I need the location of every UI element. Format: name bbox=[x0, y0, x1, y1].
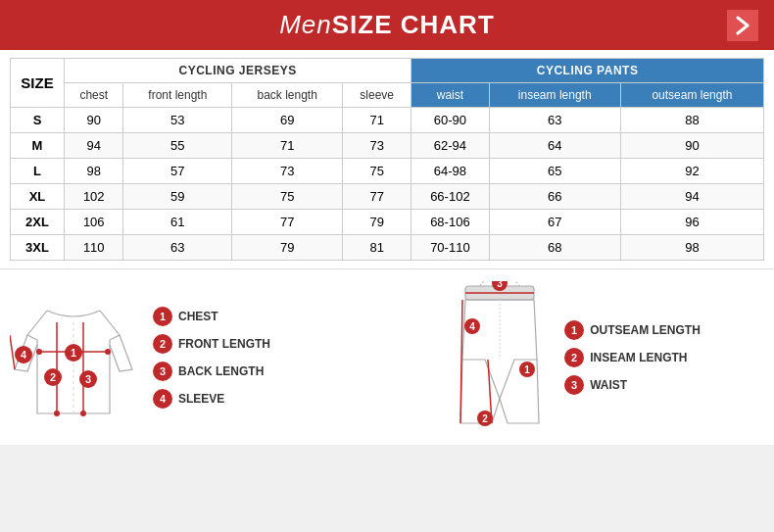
jersey-svg: 1 2 3 4 bbox=[10, 281, 137, 433]
svg-text:1: 1 bbox=[524, 364, 530, 375]
cell-chest: 110 bbox=[65, 235, 123, 261]
cell-chest: 106 bbox=[65, 210, 123, 235]
col-outseam: outseam length bbox=[620, 83, 763, 108]
cell-front: 57 bbox=[123, 159, 232, 184]
svg-line-4 bbox=[10, 335, 15, 369]
cell-outseam: 90 bbox=[620, 133, 763, 159]
size-chart-table: SIZE CYCLING JERSEYS CYCLING PANTS chest… bbox=[10, 58, 764, 261]
table-row: S 90 53 69 71 60-90 63 88 bbox=[11, 108, 764, 133]
svg-line-20 bbox=[460, 300, 462, 423]
cell-waist: 60-90 bbox=[411, 108, 489, 133]
svg-point-8 bbox=[80, 411, 86, 416]
cell-back: 79 bbox=[232, 235, 343, 261]
jersey-diagram-area: 1 2 3 4 1CHEST2FRONT LENGTH3BACK LENGTH4… bbox=[10, 281, 387, 433]
col-chest: chest bbox=[65, 83, 123, 108]
svg-text:4: 4 bbox=[469, 321, 475, 332]
legend-label: INSEAM LENGTH bbox=[590, 351, 687, 364]
cell-waist: 70-110 bbox=[411, 235, 489, 261]
diagram-section: 1 2 3 4 1CHEST2FRONT LENGTH3BACK LENGTH4… bbox=[0, 269, 774, 445]
table-row: 3XL 110 63 79 81 70-110 68 98 bbox=[11, 235, 764, 261]
legend-label: WAIST bbox=[590, 378, 627, 392]
cell-size: S bbox=[11, 108, 65, 133]
cell-chest: 98 bbox=[65, 159, 123, 184]
col-waist: waist bbox=[411, 83, 489, 108]
pants-svg: 3 1 4 2 bbox=[451, 281, 549, 433]
cell-waist: 66-102 bbox=[411, 184, 489, 210]
cell-waist: 62-94 bbox=[411, 133, 489, 159]
cell-sleeve: 79 bbox=[343, 210, 411, 235]
jersey-legend: 1CHEST2FRONT LENGTH3BACK LENGTH4SLEEVE bbox=[153, 307, 270, 409]
cell-front: 53 bbox=[123, 108, 232, 133]
svg-point-5 bbox=[36, 349, 42, 355]
pants-legend-item: 3WAIST bbox=[564, 375, 701, 395]
svg-point-7 bbox=[54, 411, 60, 416]
jersey-legend-item: 2FRONT LENGTH bbox=[153, 334, 270, 354]
jersey-legend-item: 1CHEST bbox=[153, 307, 270, 326]
jerseys-header: CYCLING JERSEYS bbox=[65, 59, 411, 83]
cell-front: 63 bbox=[123, 235, 232, 261]
pants-header: CYCLING PANTS bbox=[411, 59, 764, 83]
cell-inseam: 67 bbox=[489, 210, 620, 235]
svg-point-6 bbox=[105, 349, 111, 355]
cell-sleeve: 73 bbox=[343, 133, 411, 159]
legend-label: OUTSEAM LENGTH bbox=[590, 323, 701, 337]
legend-number: 1 bbox=[564, 320, 584, 340]
svg-text:1: 1 bbox=[71, 347, 76, 359]
cell-back: 77 bbox=[232, 210, 343, 235]
cell-outseam: 96 bbox=[620, 210, 763, 235]
cell-size: 2XL bbox=[11, 210, 65, 235]
main-container: MenSIZE CHART SIZE CYCLING JERSEYS CYCLI… bbox=[0, 0, 774, 445]
legend-label: SLEEVE bbox=[178, 392, 224, 406]
svg-text:4: 4 bbox=[21, 349, 27, 361]
cell-back: 75 bbox=[232, 184, 343, 210]
table-row: XL 102 59 75 77 66-102 66 94 bbox=[11, 184, 764, 210]
cell-front: 59 bbox=[123, 184, 232, 210]
cell-size: L bbox=[11, 159, 65, 184]
col-back-length: back length bbox=[232, 83, 343, 108]
cell-size: XL bbox=[11, 184, 65, 210]
legend-label: BACK LENGTH bbox=[178, 364, 264, 378]
cell-chest: 102 bbox=[65, 184, 123, 210]
svg-text:2: 2 bbox=[50, 371, 56, 383]
table-row: 2XL 106 61 77 79 68-106 67 96 bbox=[11, 210, 764, 235]
title-size-chart: SIZE CHART bbox=[332, 10, 495, 39]
cell-waist: 64-98 bbox=[411, 159, 489, 184]
cell-back: 73 bbox=[232, 159, 343, 184]
cell-sleeve: 75 bbox=[343, 159, 411, 184]
table-row: L 98 57 73 75 64-98 65 92 bbox=[11, 159, 764, 184]
pants-legend-item: 1OUTSEAM LENGTH bbox=[564, 320, 701, 340]
cell-sleeve: 77 bbox=[343, 184, 411, 210]
next-arrow-button[interactable] bbox=[727, 10, 758, 41]
cell-back: 71 bbox=[232, 133, 343, 159]
svg-text:2: 2 bbox=[482, 413, 488, 424]
size-header: SIZE bbox=[11, 59, 65, 108]
cell-size: M bbox=[11, 133, 65, 159]
cell-front: 55 bbox=[123, 133, 232, 159]
cell-inseam: 64 bbox=[489, 133, 620, 159]
cell-chest: 90 bbox=[65, 108, 123, 133]
svg-text:3: 3 bbox=[497, 281, 503, 289]
header-title: MenSIZE CHART bbox=[279, 10, 495, 40]
jersey-figure: 1 2 3 4 bbox=[10, 281, 137, 433]
title-men: Men bbox=[279, 10, 332, 39]
cell-outseam: 88 bbox=[620, 108, 763, 133]
cell-front: 61 bbox=[123, 210, 232, 235]
cell-back: 69 bbox=[232, 108, 343, 133]
legend-number: 3 bbox=[153, 362, 172, 381]
legend-number: 3 bbox=[564, 375, 584, 395]
cell-inseam: 63 bbox=[489, 108, 620, 133]
size-chart-table-section: SIZE CYCLING JERSEYS CYCLING PANTS chest… bbox=[0, 50, 774, 269]
cell-outseam: 94 bbox=[620, 184, 763, 210]
legend-number: 2 bbox=[564, 348, 584, 367]
cell-inseam: 66 bbox=[489, 184, 620, 210]
legend-label: FRONT LENGTH bbox=[178, 337, 270, 351]
cell-sleeve: 71 bbox=[343, 108, 411, 133]
cell-chest: 94 bbox=[65, 133, 123, 159]
cell-outseam: 98 bbox=[620, 235, 763, 261]
jersey-legend-item: 3BACK LENGTH bbox=[153, 362, 270, 381]
table-row: M 94 55 71 73 62-94 64 90 bbox=[11, 133, 764, 159]
col-sleeve: sleeve bbox=[343, 83, 411, 108]
col-front-length: front length bbox=[123, 83, 232, 108]
pants-legend: 1OUTSEAM LENGTH2INSEAM LENGTH3WAIST bbox=[564, 320, 701, 395]
cell-waist: 68-106 bbox=[411, 210, 489, 235]
